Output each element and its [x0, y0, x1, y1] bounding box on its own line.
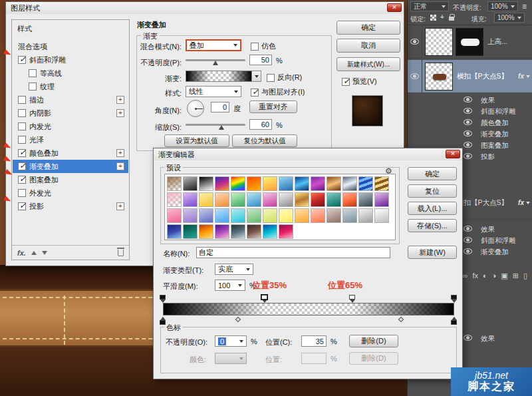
- preview-checkbox[interactable]: 预览(V): [342, 77, 377, 87]
- new-gradient-button[interactable]: 新建(W): [408, 246, 457, 259]
- gradient-type-dropdown[interactable]: 实底: [215, 264, 253, 275]
- visibility-toggle[interactable]: [408, 60, 422, 93]
- style-checkbox[interactable]: [18, 162, 26, 170]
- gradient-preset-swatch[interactable]: [279, 192, 293, 207]
- styles-item[interactable]: 内阴影+: [13, 106, 128, 120]
- gradient-name-input[interactable]: [196, 247, 390, 258]
- gradient-preset-swatch[interactable]: [311, 192, 325, 207]
- layer-name[interactable]: 横扣【P大点S】: [457, 72, 508, 81]
- gradient-preset-swatch[interactable]: [167, 192, 182, 207]
- fx-badge[interactable]: fx: [518, 73, 524, 80]
- visibility-eye-icon[interactable]: [464, 97, 472, 102]
- save-button[interactable]: 存储(S)...: [408, 219, 457, 232]
- gradient-preset-swatch[interactable]: [279, 208, 293, 223]
- layer-effects-icon[interactable]: fx: [472, 272, 478, 280]
- scale-value-box[interactable]: 60: [249, 119, 272, 130]
- scale-slider[interactable]: [186, 120, 245, 129]
- gradient-preview[interactable]: [186, 71, 252, 82]
- adjustment-layer-icon[interactable]: ◑: [492, 272, 497, 280]
- fx-badge[interactable]: fx: [518, 199, 524, 206]
- dither-checkbox[interactable]: 仿色: [251, 41, 276, 51]
- gradient-preset-swatch[interactable]: [279, 176, 293, 191]
- delete-style-icon[interactable]: [118, 250, 124, 256]
- layer-thumbnail[interactable]: [425, 28, 453, 56]
- gradient-preset-swatch[interactable]: [342, 192, 357, 207]
- gradient-preset-swatch[interactable]: [374, 176, 389, 191]
- styles-item[interactable]: 渐变叠加+: [13, 160, 128, 173]
- color-swatch[interactable]: [215, 353, 247, 364]
- gradient-preset-swatch[interactable]: [327, 192, 341, 207]
- visibility-eye-icon[interactable]: [464, 335, 472, 341]
- style-checkbox[interactable]: [29, 83, 37, 91]
- gradient-preset-swatch[interactable]: [295, 192, 309, 207]
- style-dropdown[interactable]: 线性: [186, 86, 241, 97]
- gradient-preset-swatch[interactable]: [342, 208, 357, 223]
- style-checkbox[interactable]: [18, 96, 26, 104]
- opacity-stop[interactable]: [261, 295, 267, 303]
- gradient-preset-swatch[interactable]: [231, 176, 245, 191]
- add-effect-instance-button[interactable]: +: [116, 202, 124, 210]
- styles-item-blending-options[interactable]: 混合选项: [13, 40, 128, 53]
- gradient-preset-swatch[interactable]: [199, 176, 213, 191]
- ok-button[interactable]: 确定: [336, 21, 400, 35]
- gradient-preset-swatch[interactable]: [311, 176, 325, 191]
- style-checkbox[interactable]: [18, 56, 26, 64]
- gradient-preset-swatch[interactable]: [215, 224, 229, 239]
- midpoint-diamond[interactable]: [235, 317, 241, 322]
- gradient-preset-swatch[interactable]: [231, 224, 245, 239]
- style-checkbox[interactable]: [18, 149, 26, 157]
- stop-opacity-dropdown[interactable]: 0: [215, 335, 247, 347]
- collapse-effects-icon[interactable]: [526, 75, 530, 78]
- opacity-stop[interactable]: [160, 295, 166, 303]
- gradient-preset-swatch[interactable]: [374, 208, 389, 223]
- styles-item[interactable]: 纹理: [13, 80, 128, 93]
- add-effect-instance-button[interactable]: +: [116, 149, 124, 157]
- gradient-preset-swatch[interactable]: [263, 192, 277, 207]
- gradient-preset-swatch[interactable]: [231, 192, 245, 207]
- gradient-preset-swatch[interactable]: [263, 176, 277, 191]
- gradient-preset-swatch[interactable]: [167, 224, 182, 239]
- gradient-preset-swatch[interactable]: [358, 176, 373, 191]
- gradient-preset-swatch[interactable]: [199, 192, 213, 207]
- visibility-eye-icon[interactable]: [464, 237, 472, 243]
- gradient-preset-swatch[interactable]: [215, 192, 229, 207]
- delete-layer-icon[interactable]: ▯: [523, 272, 527, 280]
- style-checkbox[interactable]: [29, 69, 37, 77]
- gradient-preset-swatch[interactable]: [263, 224, 277, 239]
- new-layer-icon[interactable]: ⊞: [513, 272, 519, 280]
- layer-name[interactable]: 上高...: [487, 37, 507, 47]
- layer-thumbnail[interactable]: [425, 63, 453, 91]
- gradient-preset-swatch[interactable]: [311, 208, 325, 223]
- gradient-preset-swatch[interactable]: [183, 224, 198, 239]
- visibility-toggle[interactable]: [408, 25, 422, 58]
- visibility-eye-icon[interactable]: [464, 108, 472, 114]
- gradient-bar[interactable]: [163, 303, 454, 315]
- gradient-preset-swatch[interactable]: [295, 208, 309, 223]
- styles-item[interactable]: 内发光: [13, 120, 128, 133]
- layer-row[interactable]: 上高...: [408, 25, 532, 59]
- styles-item[interactable]: 光泽: [13, 133, 128, 146]
- opacity-stop[interactable]: [349, 295, 355, 303]
- opacity-slider[interactable]: [186, 55, 245, 65]
- visibility-eye-icon[interactable]: [464, 142, 472, 148]
- reset-default-button[interactable]: 复位为默认值: [232, 134, 297, 147]
- reset-button[interactable]: 复位: [408, 184, 457, 198]
- gradient-preset-swatch[interactable]: [327, 208, 341, 223]
- effect-row[interactable]: 渐变叠加: [408, 128, 532, 140]
- gradient-preset-swatch[interactable]: [215, 208, 229, 223]
- gradient-preset-swatch[interactable]: [295, 176, 309, 191]
- gradient-preset-swatch[interactable]: [327, 176, 341, 191]
- gradient-preset-swatch[interactable]: [167, 176, 182, 191]
- stop-position-input[interactable]: 35: [301, 335, 327, 347]
- styles-item[interactable]: 等高线: [13, 67, 128, 80]
- style-checkbox[interactable]: [18, 109, 26, 117]
- opacity-value-box[interactable]: 50: [249, 55, 272, 65]
- effect-row[interactable]: 颜色叠加: [408, 117, 532, 128]
- visibility-eye-icon[interactable]: [464, 226, 472, 232]
- effect-row[interactable]: 效果: [408, 95, 532, 106]
- add-effect-instance-button[interactable]: +: [116, 96, 124, 104]
- cancel-button[interactable]: 取消: [336, 39, 400, 53]
- gradient-preset-swatch[interactable]: [342, 176, 357, 191]
- styles-item[interactable]: 外发光: [13, 186, 128, 200]
- style-checkbox[interactable]: [18, 176, 26, 184]
